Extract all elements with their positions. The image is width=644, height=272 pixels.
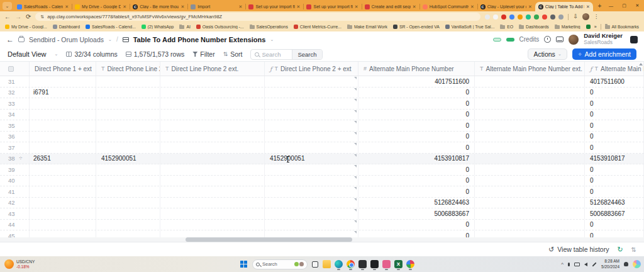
cell-c1[interactable] [30,110,96,120]
cell-c3[interactable] [160,208,265,219]
cell-c3[interactable] [160,186,265,197]
tray-chevron-icon[interactable]: ^ [561,261,564,267]
tab-close-icon[interactable]: ✕ [123,4,126,9]
cell-c3[interactable] [160,176,265,186]
row-number-cell[interactable]: 36 [0,132,30,142]
browser-tab[interactable]: Import✕ [187,2,245,11]
expand-row-icon[interactable]: ⁘ [19,156,23,161]
taskbar-app[interactable] [358,260,367,270]
horizontal-scrollbar[interactable] [0,237,644,242]
cell-c7[interactable]: 4017511600 [585,76,644,87]
view-selector[interactable]: Default View [8,50,47,58]
sort-button[interactable]: ⇅ Sort [223,50,243,58]
browser-tab[interactable]: CClay - Uplevel your data enri...✕ [477,2,535,11]
cell-c5[interactable]: 0 [358,186,475,197]
row-number-cell[interactable]: 32 [0,88,30,98]
row-number-cell[interactable]: 42 [0,198,30,208]
tab-close-icon[interactable]: ✕ [65,4,69,9]
cell-c6[interactable] [475,110,585,120]
bookmark-item[interactable]: The Daily One Thin... [586,25,591,29]
column-header-c5[interactable]: #Alternate Main Phone Number [358,62,475,76]
cell-c4[interactable] [265,164,358,175]
cell-c5[interactable]: 0 [358,132,475,142]
extension-icon[interactable] [493,14,498,20]
cell-c5[interactable]: 0 [358,142,475,153]
row-number-cell[interactable]: 38⁘ [0,154,30,164]
browser-tab[interactable]: Set up your import files✕ [303,2,361,11]
maximize-button[interactable]: ▢ [618,0,631,11]
column-header-c7[interactable]: ƒTAlternate Main Phone [585,62,644,76]
camera-app-icon[interactable] [358,260,367,268]
cell-c1[interactable] [30,132,96,142]
tab-close-icon[interactable]: ✕ [413,4,416,9]
cell-c3[interactable] [160,120,265,131]
browser-tab[interactable]: My Drive - Google Drive✕ [72,2,130,11]
cell-c7[interactable]: 4153910817 [585,154,644,164]
cell-c4[interactable] [265,98,358,109]
chrome-icon[interactable] [347,260,355,268]
photos-icon[interactable] [406,260,414,268]
cell-c6[interactable] [475,88,585,98]
cell-c1[interactable] [30,176,96,186]
new-tab-button[interactable]: + [595,1,604,11]
table-row[interactable]: 4500 [0,230,644,237]
cell-c5[interactable]: 0 [358,98,475,109]
table-row[interactable]: 4400 [0,220,644,231]
breadcrumb-table-name[interactable]: Table To Add Phone Number Extensions [133,36,266,43]
browser-tab[interactable]: HubSpot Community - Shoul...✕ [419,2,477,11]
site-info-icon[interactable]: ⇅ [40,14,44,20]
cell-c3[interactable] [160,154,265,164]
cell-c2[interactable] [96,110,160,120]
forward-icon[interactable]: → [15,14,21,20]
select-all-checkbox[interactable] [8,66,14,72]
cell-c4[interactable] [265,198,358,208]
cell-c2[interactable] [96,186,160,197]
cell-c4[interactable] [265,88,358,98]
cell-c3[interactable] [160,88,265,98]
table-row[interactable]: 4350068836675006883667 [0,208,644,220]
paint-app-icon[interactable] [382,260,391,268]
bookmarks-overflow-icon[interactable]: » [594,25,597,29]
extension-icon[interactable] [509,14,514,20]
bookmark-item[interactable]: Dashboards [519,25,549,29]
cell-c4[interactable] [265,120,358,131]
cell-c5[interactable]: 0 [358,110,475,120]
scrollbar-thumb[interactable] [186,237,352,242]
cell-c2[interactable] [96,198,160,208]
cell-c5[interactable]: 0 [358,230,475,237]
browser-tab[interactable]: SalesRoads - Calendar - Wee...✕ [14,2,72,11]
bookmark-item[interactable]: Client Metrics-Curre... [294,25,341,29]
cell-c1[interactable] [30,186,96,197]
taskbar-widget[interactable]: USD/CNY -0.18% [0,259,35,269]
cell-c6[interactable] [475,230,585,237]
cell-c1[interactable] [30,230,96,237]
cell-c1[interactable] [30,120,96,131]
bookmark-item[interactable]: My Drive - Googl... [5,25,47,29]
breadcrumb-workspace[interactable]: Sendbird - Orum Uploads [29,36,104,43]
browser-tab[interactable]: CClay | Table To Add Phone Nu...✕ [535,2,593,11]
cell-c4[interactable] [265,176,358,186]
browser-tab[interactable]: CClay - Be more thoughtful wi...✕ [130,2,187,11]
cell-c1[interactable] [30,198,96,208]
tab-search-button[interactable]: ⌄ [3,2,12,10]
taskbar-app[interactable] [335,260,343,270]
credits-label[interactable]: Credits [519,36,540,43]
filter-button[interactable]: Filter [192,50,214,58]
cell-c3[interactable] [160,164,265,175]
search-input[interactable] [262,51,292,58]
table-row[interactable]: 4251268244635126824463 [0,198,644,209]
table-row[interactable]: 4100 [0,186,644,198]
bookmark-item[interactable]: Oasis Outsourcing -... [196,25,244,29]
search-button[interactable]: Search [292,50,321,59]
cell-c6[interactable] [475,154,585,164]
row-number-cell[interactable]: 33 [0,98,30,109]
tab-close-icon[interactable]: ✕ [355,4,358,9]
cell-c4[interactable] [265,132,358,142]
excel-icon[interactable]: X [394,260,402,268]
cell-c1[interactable] [30,98,96,109]
cell-c2[interactable] [96,230,160,237]
cell-c6[interactable] [475,142,585,153]
cell-c6[interactable] [475,186,585,197]
extension-icon[interactable] [534,14,539,20]
back-icon[interactable]: ← [4,14,11,20]
